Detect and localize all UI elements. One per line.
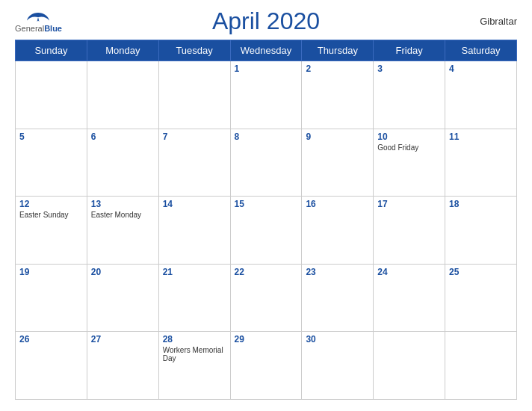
calendar-cell: 5: [16, 129, 87, 197]
calendar-week-4: 19202122232425: [16, 264, 517, 332]
date-number: 23: [306, 267, 369, 277]
col-header-sunday: Sunday: [16, 40, 87, 61]
calendar-cell: 14: [158, 197, 230, 265]
region-label: Gibraltar: [480, 16, 517, 27]
calendar-cell: 10Good Friday: [374, 129, 445, 197]
calendar-week-2: 5678910Good Friday11: [16, 129, 517, 197]
calendar-cell: 11: [445, 129, 517, 197]
col-header-wednesday: Wednesday: [230, 40, 302, 61]
holiday-label: Easter Sunday: [19, 211, 83, 219]
calendar-cell: 19: [16, 264, 87, 332]
holiday-label: Workers Memorial Day: [163, 346, 226, 362]
calendar-cell: 8: [230, 129, 302, 197]
calendar-cell: [87, 61, 158, 129]
holiday-label: Easter Monday: [91, 211, 155, 219]
calendar-cell: 22: [230, 264, 302, 332]
calendar-cell: 23: [302, 264, 374, 332]
calendar-cell: 25: [445, 264, 517, 332]
date-number: 1: [235, 64, 298, 74]
date-number: 29: [235, 334, 298, 344]
logo-blue-text: Blue: [44, 24, 62, 33]
date-number: 20: [91, 267, 155, 277]
date-number: 28: [163, 334, 226, 344]
calendar-cell: 2: [302, 61, 374, 129]
calendar-cell: 15: [230, 197, 302, 265]
calendar-cell: 3: [374, 61, 445, 129]
calendar-cell: 27: [87, 332, 158, 400]
date-number: 25: [449, 267, 513, 277]
calendar-header-row: SundayMondayTuesdayWednesdayThursdayFrid…: [16, 40, 517, 61]
col-header-friday: Friday: [374, 40, 445, 61]
date-number: 5: [19, 132, 83, 142]
date-number: 30: [306, 334, 369, 344]
calendar-cell: 28Workers Memorial Day: [158, 332, 230, 400]
generalblue-logo: General Blue: [15, 10, 62, 33]
date-number: 21: [163, 267, 226, 277]
date-number: 4: [449, 64, 513, 74]
date-number: 22: [235, 267, 298, 277]
calendar-cell: 13Easter Monday: [87, 197, 158, 265]
date-number: 6: [91, 132, 155, 142]
calendar-cell: 24: [374, 264, 445, 332]
calendar-cell: 17: [374, 197, 445, 265]
calendar-cell: [16, 61, 87, 129]
col-header-monday: Monday: [87, 40, 158, 61]
calendar-cell: 20: [87, 264, 158, 332]
calendar-cell: 9: [302, 129, 374, 197]
date-number: 14: [163, 199, 226, 209]
date-number: 3: [377, 64, 441, 74]
calendar-cell: 12Easter Sunday: [16, 197, 87, 265]
calendar-cell: 18: [445, 197, 517, 265]
calendar-cell: [374, 332, 445, 400]
date-number: 12: [19, 199, 83, 209]
calendar-week-1: 1234: [16, 61, 517, 129]
calendar-header: General Blue April 2020 Gibraltar: [15, 7, 517, 35]
date-number: 17: [377, 199, 441, 209]
col-header-saturday: Saturday: [445, 40, 517, 61]
calendar-cell: 4: [445, 61, 517, 129]
date-number: 26: [19, 334, 83, 344]
page-title: April 2020: [212, 7, 320, 35]
date-number: 24: [377, 267, 441, 277]
calendar-cell: 1: [230, 61, 302, 129]
calendar-cell: 26: [16, 332, 87, 400]
calendar-week-3: 12Easter Sunday13Easter Monday1415161718: [16, 197, 517, 265]
date-number: 8: [235, 132, 298, 142]
calendar-cell: 6: [87, 129, 158, 197]
date-number: 19: [19, 267, 83, 277]
calendar-cell: [158, 61, 230, 129]
date-number: 11: [449, 132, 513, 142]
calendar-cell: 30: [302, 332, 374, 400]
date-number: 13: [91, 199, 155, 209]
date-number: 10: [377, 132, 441, 142]
date-number: 16: [306, 199, 369, 209]
date-number: 9: [306, 132, 369, 142]
calendar-cell: 29: [230, 332, 302, 400]
date-number: 18: [449, 199, 513, 209]
calendar-cell: [445, 332, 517, 400]
col-header-thursday: Thursday: [302, 40, 374, 61]
calendar-cell: 16: [302, 197, 374, 265]
date-number: 27: [91, 334, 155, 344]
calendar-cell: 7: [158, 129, 230, 197]
calendar-week-5: 262728Workers Memorial Day2930: [16, 332, 517, 400]
date-number: 2: [306, 64, 369, 74]
date-number: 15: [235, 199, 298, 209]
calendar-cell: 21: [158, 264, 230, 332]
holiday-label: Good Friday: [377, 143, 441, 152]
col-header-tuesday: Tuesday: [158, 40, 230, 61]
calendar-table: SundayMondayTuesdayWednesdayThursdayFrid…: [15, 40, 517, 400]
date-number: 7: [163, 132, 226, 142]
logo-general-text: General: [15, 24, 44, 33]
